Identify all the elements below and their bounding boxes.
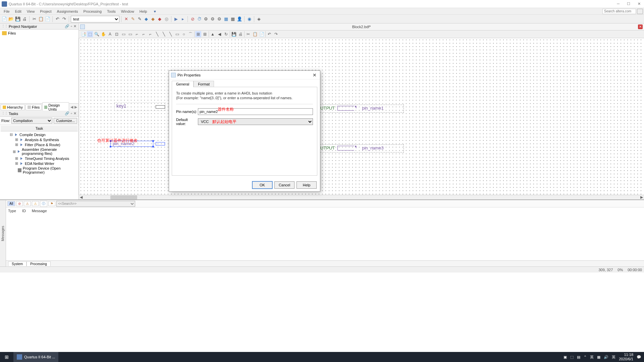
- ctool-partial-icon[interactable]: ⊞: [202, 31, 208, 37]
- dialog-tab-format[interactable]: Format: [194, 81, 214, 87]
- tool-g-icon[interactable]: ◉: [246, 16, 252, 22]
- ctool-flip-h-icon[interactable]: ▲: [210, 31, 216, 37]
- panel-dock-icon[interactable]: ▫: [70, 111, 73, 116]
- menu-project[interactable]: Project: [37, 9, 54, 14]
- ctool-text-icon[interactable]: A: [107, 31, 113, 37]
- ctool-paste-icon[interactable]: 📄: [259, 31, 265, 37]
- tool-2-icon[interactable]: ✎: [130, 16, 136, 22]
- task-row[interactable]: ⊞Assembler (Generate programming files): [0, 147, 78, 156]
- tool-f-icon[interactable]: 👤: [236, 16, 243, 22]
- tool-6-icon[interactable]: ◆: [157, 16, 163, 22]
- messages-vtab[interactable]: Messages: [0, 200, 6, 266]
- tool-1-icon[interactable]: ✕: [123, 16, 129, 22]
- project-tree[interactable]: Files: [0, 29, 78, 103]
- panel-link-icon[interactable]: 🔗: [64, 24, 70, 28]
- input-pin-key1[interactable]: key1: [114, 102, 165, 111]
- ctool-hand-icon[interactable]: ✋: [100, 31, 106, 37]
- tool-7-icon[interactable]: ◎: [163, 16, 169, 22]
- paste-icon[interactable]: 📄: [45, 16, 51, 22]
- ctool-line-icon[interactable]: ╲: [154, 31, 160, 37]
- tray-icon[interactable]: ▦: [597, 355, 600, 359]
- ctool-pointer-icon[interactable]: ⬚: [87, 31, 93, 37]
- tool-4-icon[interactable]: ◆: [143, 16, 149, 22]
- expand-icon[interactable]: ⊞: [13, 149, 16, 154]
- menu-window[interactable]: Window: [118, 9, 137, 14]
- messages-table[interactable]: Type ID Message: [6, 207, 644, 260]
- menu-assignments[interactable]: Assignments: [54, 9, 81, 14]
- tray-icon[interactable]: ⌃: [584, 355, 587, 359]
- ctool-cut-icon[interactable]: ✂: [245, 31, 251, 37]
- tray-icon[interactable]: ▣: [564, 355, 567, 359]
- task-row[interactable]: Program Device (Open Programmer): [0, 166, 78, 175]
- ctool-zoom-icon[interactable]: 🔍: [94, 31, 100, 37]
- dialog-tab-general[interactable]: General: [172, 81, 194, 87]
- taskbar-app-quartus[interactable]: Quartus II 64-Bit ...: [13, 352, 58, 362]
- tray-ime2[interactable]: 英: [612, 355, 615, 360]
- help-button[interactable]: Help: [297, 181, 317, 189]
- customize-button[interactable]: Customize...: [54, 118, 77, 124]
- ok-button[interactable]: OK: [252, 181, 272, 189]
- open-icon[interactable]: 📂: [8, 16, 14, 22]
- print-icon[interactable]: 🖨: [21, 16, 28, 22]
- msg-tab-system[interactable]: System: [8, 261, 26, 266]
- menu-view[interactable]: View: [24, 9, 38, 14]
- tool-a-icon[interactable]: ⚙: [203, 16, 209, 22]
- ctool-conduit-icon[interactable]: ╲: [167, 31, 173, 37]
- stop-icon[interactable]: ⊘: [190, 16, 196, 22]
- search-input[interactable]: [602, 9, 636, 14]
- ctool-save-icon[interactable]: 💾: [231, 31, 237, 37]
- tab-right-icon[interactable]: ▶: [74, 105, 78, 109]
- msg-filter-error-icon[interactable]: ⊘: [16, 201, 23, 206]
- redo-icon[interactable]: ↷: [61, 16, 67, 22]
- tray-icon[interactable]: ⬚: [570, 355, 574, 359]
- window-minimize[interactable]: ─: [615, 2, 621, 6]
- tab-hierarchy[interactable]: Hierarchy: [1, 104, 25, 110]
- tool-h-icon[interactable]: ◈: [256, 16, 262, 22]
- ctool-oval-icon[interactable]: ○: [181, 31, 187, 37]
- panel-close-icon[interactable]: ✕: [73, 24, 77, 28]
- ctool-rubber-icon[interactable]: ⊞: [195, 31, 201, 37]
- ctool-rect-icon[interactable]: ▭: [174, 31, 180, 37]
- menu-edit[interactable]: Edit: [12, 9, 24, 14]
- tool-3-icon[interactable]: ✎: [137, 16, 143, 22]
- tab-files[interactable]: Files: [25, 104, 42, 110]
- ctool-undo-icon[interactable]: ↶: [266, 31, 272, 37]
- tray-clock[interactable]: 11:18 2020/6/1: [619, 353, 633, 361]
- msg-tab-processing[interactable]: Processing: [26, 261, 50, 266]
- pin-name-input[interactable]: [198, 108, 313, 115]
- ctool-wire2-icon[interactable]: ⌐: [141, 31, 147, 37]
- task-row[interactable]: ⊞TimeQuest Timing Analysis: [0, 156, 78, 161]
- expand-icon[interactable]: ⊞: [15, 161, 18, 166]
- expand-icon[interactable]: ⊞: [15, 142, 18, 147]
- tool-5-icon[interactable]: ◆: [150, 16, 156, 22]
- menu-help[interactable]: Help: [137, 9, 150, 14]
- ctool-arc-icon[interactable]: ⌒: [187, 31, 194, 37]
- task-header[interactable]: Task: [1, 126, 78, 131]
- window-close[interactable]: ✕: [636, 2, 642, 6]
- tool-b-icon[interactable]: ⚙: [210, 16, 216, 22]
- expand-icon[interactable]: ⊟: [9, 132, 13, 137]
- msg-filter-info-icon[interactable]: ⓘ: [40, 201, 47, 207]
- ctool-pin-icon[interactable]: ▭: [127, 31, 133, 37]
- search-button[interactable]: [637, 9, 643, 14]
- tray-icon[interactable]: 🔊: [604, 355, 608, 359]
- ctool-properties-icon[interactable]: 📑: [80, 31, 86, 37]
- window-maximize[interactable]: ☐: [625, 2, 632, 6]
- tab-left-icon[interactable]: ◀: [70, 105, 74, 109]
- canvas-hscroll[interactable]: ◀▶: [79, 195, 644, 199]
- panel-dock-icon[interactable]: ▫: [70, 24, 73, 28]
- run2-icon[interactable]: ▸: [180, 16, 186, 22]
- tray-ime[interactable]: 英: [590, 355, 594, 360]
- schematic-canvas[interactable]: key1 pin_name2 也可算计器件进行修改 OUTPUT pin_nam…: [79, 38, 644, 195]
- project-tree-files[interactable]: Files: [1, 31, 77, 36]
- ctool-flip-v-icon[interactable]: ◀: [216, 31, 222, 37]
- task-row[interactable]: ⊞Fitter (Place & Route): [0, 142, 78, 147]
- menu-tools[interactable]: Tools: [104, 9, 118, 14]
- ctool-copy-icon[interactable]: 📋: [252, 31, 258, 37]
- task-row[interactable]: ⊟Compile Design: [0, 132, 78, 137]
- expand-icon[interactable]: ⊞: [15, 137, 18, 142]
- undo-icon[interactable]: ↶: [54, 16, 60, 22]
- ctool-bus-icon[interactable]: ╲: [161, 31, 167, 37]
- run-icon[interactable]: ▶: [173, 16, 179, 22]
- task-row[interactable]: ⊞EDA Netlist Writer: [0, 161, 78, 166]
